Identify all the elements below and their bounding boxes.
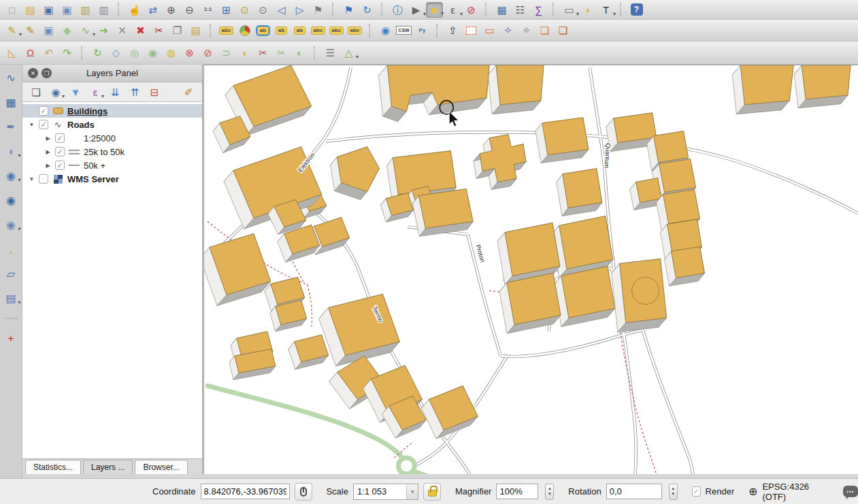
split-features-icon[interactable]: ✂ — [254, 45, 271, 61]
layer-labeling-icon[interactable]: abc — [218, 22, 235, 38]
merge-features-icon[interactable]: ◐ — [291, 45, 308, 61]
new-project-icon[interactable]: □ — [3, 2, 20, 18]
delete-selected-icon[interactable]: ✖ — [132, 22, 149, 38]
add-spatialite-layer-icon[interactable]: ✒ — [3, 119, 20, 135]
layer-row-buildings[interactable]: ✓Buildings — [22, 104, 202, 118]
map-canvas[interactable]: ElektronQuantumProtonTermo — [203, 65, 858, 474]
layer-visibility-checkbox[interactable]: ✓ — [55, 133, 65, 143]
add-polygon-feature-icon[interactable]: ◆ — [59, 22, 76, 38]
open-attribute-table-icon[interactable]: ▦ — [493, 2, 510, 18]
zoom-in-icon[interactable]: ⊕ — [163, 2, 180, 18]
paste-features-icon[interactable]: ▤ — [187, 22, 204, 38]
auto-fix-b-icon[interactable]: ✧ — [499, 22, 516, 38]
add-virtual-layer-icon[interactable]: ▤ — [3, 290, 20, 306]
annotation-arrow-icon[interactable]: ⇧ — [444, 22, 461, 38]
python-console-icon[interactable]: Py — [414, 22, 431, 38]
layer-row-25k-to-50k[interactable]: ▶✓25k to 50k — [22, 145, 202, 158]
zoom-next-icon[interactable]: ▷ — [291, 2, 308, 18]
zoom-to-layer-icon[interactable]: ⊙ — [254, 2, 271, 18]
layer-row-wms-server[interactable]: ▼WMS Server — [22, 172, 202, 186]
atlas-add-icon[interactable]: ❏ — [555, 22, 572, 38]
cut-features-icon[interactable]: ✂ — [150, 22, 167, 38]
rotation-stepper[interactable]: ▲▼ — [669, 484, 678, 500]
gps-tools-icon[interactable]: + — [3, 331, 20, 346]
new-shapefile-layer-icon[interactable]: ▱ — [3, 266, 20, 282]
add-vector-layer-icon[interactable]: ∿ — [3, 70, 20, 86]
layer-row-1-25000[interactable]: ▶✓1:25000 — [22, 131, 202, 145]
composer-manager-icon[interactable]: ▥ — [95, 2, 112, 18]
select-by-expression-icon[interactable]: ε — [444, 2, 461, 18]
rotation-input[interactable] — [606, 484, 662, 499]
zoom-to-selection-icon[interactable]: ⊙ — [236, 2, 253, 18]
fill-ring-icon[interactable]: ◍ — [163, 45, 180, 61]
add-line-feature-icon[interactable]: ∿ — [77, 22, 94, 38]
undo-icon[interactable]: ↶ — [40, 45, 57, 61]
zoom-last-icon[interactable]: ◁ — [273, 2, 290, 18]
scale-lock-button[interactable] — [423, 483, 441, 501]
filter-expression-icon[interactable]: ε — [88, 84, 103, 100]
add-group-icon[interactable]: ❏ — [29, 84, 44, 100]
atlas-verify-icon[interactable]: ❏ — [536, 22, 553, 38]
delete-part-icon[interactable]: ⊘ — [199, 45, 216, 61]
save-project-icon[interactable]: ▣ — [40, 2, 57, 18]
tab-statistics[interactable]: Statistics... — [25, 460, 81, 474]
scale-combo[interactable]: 1:1 053 ▾ — [353, 484, 418, 500]
new-print-composer-icon[interactable]: ▥ — [77, 2, 94, 18]
move-feature-icon[interactable]: ➔ — [95, 22, 112, 38]
show-statistics-icon[interactable]: ∑ — [530, 2, 547, 18]
open-project-icon[interactable]: ▤ — [22, 2, 39, 18]
show-bookmarks-icon[interactable]: ⚑ — [340, 2, 357, 18]
refresh-map-icon[interactable]: ↻ — [359, 2, 376, 18]
layer-visibility-checkbox[interactable] — [39, 174, 48, 184]
collapse-all-icon[interactable]: ⇈ — [127, 84, 142, 100]
render-checkbox[interactable]: ✓ — [692, 486, 701, 497]
new-bookmark-icon[interactable]: ⚑ — [310, 2, 327, 18]
expand-all-icon[interactable]: ⇊ — [108, 84, 122, 100]
magnifier-stepper[interactable]: ▲▼ — [545, 484, 554, 500]
rotate-label-icon[interactable]: abc — [328, 22, 345, 38]
help-icon[interactable]: ? — [628, 2, 645, 18]
expander-icon[interactable]: ▶ — [44, 163, 52, 169]
rendering-order-icon[interactable]: ☰ — [322, 45, 339, 61]
layer-visibility-checkbox[interactable]: ✓ — [55, 147, 65, 156]
offset-curve-icon[interactable]: ⊃ — [218, 45, 235, 61]
layer-row-roads[interactable]: ▼✓∿Roads — [22, 118, 202, 131]
mouse-extent-toggle[interactable] — [295, 483, 312, 501]
layer-visibility-checkbox[interactable]: ✓ — [39, 120, 48, 129]
zoom-native-icon[interactable]: 1:1 — [199, 2, 216, 18]
panel-float-icon[interactable]: ❐ — [42, 68, 52, 78]
simplify-feature-icon[interactable]: ◇ — [108, 45, 125, 61]
layer-visibility-checkbox[interactable]: ✓ — [55, 161, 65, 170]
add-part-icon[interactable]: ◉ — [144, 45, 161, 61]
add-wms-layer-icon[interactable]: ◉ — [3, 168, 20, 184]
add-postgis-layer-icon[interactable]: ◖ — [3, 144, 20, 159]
layer-visibility-checkbox[interactable]: ✓ — [39, 106, 48, 116]
coordinate-input[interactable] — [201, 484, 290, 499]
map-tips-icon[interactable]: ◖ — [579, 2, 596, 18]
panel-close-icon[interactable]: ✕ — [28, 68, 38, 78]
show-hide-labels-icon[interactable]: ab — [291, 22, 308, 38]
save-layer-edits-icon[interactable]: ▣ — [40, 22, 57, 38]
magnifier-input[interactable] — [496, 484, 538, 499]
toggle-editing-icon[interactable]: ✎ — [22, 22, 39, 38]
pin-label-active-icon[interactable]: ab — [254, 22, 271, 38]
deselect-all-icon[interactable]: ⊘ — [463, 2, 480, 18]
zoom-full-icon[interactable]: ⊞ — [218, 2, 235, 18]
expander-icon[interactable]: ▼ — [28, 122, 35, 128]
save-project-as-icon[interactable]: ▣ — [59, 2, 76, 18]
run-feature-action-icon[interactable]: ▶ — [408, 2, 425, 18]
move-label-icon[interactable]: abc — [310, 22, 327, 38]
csw-icon[interactable]: CSW — [395, 22, 412, 38]
pan-to-selection-icon[interactable]: ⇄ — [144, 2, 161, 18]
add-ring-icon[interactable]: ◎ — [126, 45, 143, 61]
tab-layers[interactable]: Layers ... — [83, 460, 133, 474]
identify-features-icon[interactable]: ⓘ — [389, 2, 406, 18]
delete-ring-icon[interactable]: ⊗ — [181, 45, 198, 61]
redo-icon[interactable]: ↷ — [59, 45, 76, 61]
remove-layer-icon[interactable]: ⊟ — [147, 84, 162, 100]
copy-features-icon[interactable]: ❐ — [169, 22, 186, 38]
change-label-icon[interactable]: abc — [346, 22, 363, 38]
rotate-feature-icon[interactable]: ↻ — [89, 45, 106, 61]
add-raster-layer-icon[interactable]: ▦ — [3, 95, 20, 110]
node-tool-icon[interactable]: ✕ — [114, 22, 131, 38]
